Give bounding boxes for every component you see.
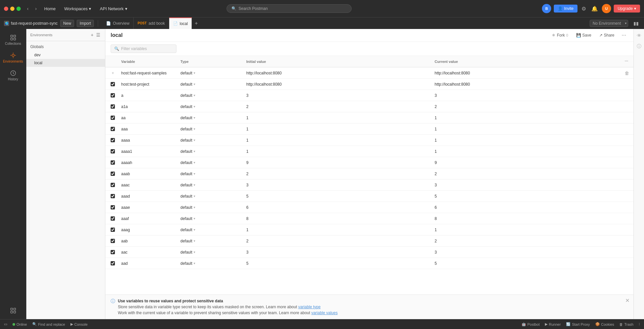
current-value-cell[interactable]: 5 bbox=[432, 193, 620, 200]
trash-button[interactable]: 🗑 Trash bbox=[619, 322, 633, 326]
add-environment-button[interactable]: + bbox=[90, 32, 94, 38]
postbot-button[interactable]: 🤖 Postbot bbox=[522, 322, 540, 326]
type-cell[interactable]: default ▾ bbox=[178, 92, 244, 99]
variable-name-cell[interactable]: a1a bbox=[119, 103, 178, 110]
type-cell[interactable]: default ▾ bbox=[178, 237, 244, 245]
tab-overview[interactable]: 📄 Overview bbox=[102, 17, 134, 29]
type-cell[interactable]: default ▾ bbox=[178, 226, 244, 233]
sidebar-item-history[interactable]: History bbox=[2, 67, 25, 84]
fork-button[interactable]: ⚛ Fork 0 bbox=[549, 32, 571, 39]
initial-value-cell[interactable]: 2 bbox=[244, 170, 432, 178]
initial-value-cell[interactable]: 3 bbox=[244, 92, 432, 99]
fullscreen-button[interactable] bbox=[16, 7, 21, 11]
current-value-cell[interactable]: http://localhost:8080 bbox=[432, 81, 620, 88]
type-cell[interactable]: default ▾ bbox=[178, 181, 244, 189]
type-cell[interactable]: default ▾ bbox=[178, 103, 244, 110]
row-checkbox[interactable] bbox=[111, 172, 115, 176]
more-actions-button[interactable]: ⋯ bbox=[620, 32, 628, 39]
current-value-cell[interactable]: 1 bbox=[432, 137, 620, 144]
type-cell[interactable]: default ▾ bbox=[178, 204, 244, 211]
variable-name-cell[interactable]: aaab bbox=[119, 170, 178, 178]
share-button[interactable]: ↗ Share bbox=[597, 32, 617, 39]
workspaces-button[interactable]: Workspaces ▾ bbox=[62, 5, 94, 13]
row-checkbox[interactable] bbox=[111, 183, 115, 187]
type-cell[interactable]: default ▾ bbox=[178, 125, 244, 133]
variable-name-cell[interactable]: aac bbox=[119, 249, 178, 256]
type-cell[interactable]: default ▾ bbox=[178, 260, 244, 267]
initial-value-cell[interactable]: http://localhost:8080 bbox=[244, 69, 432, 77]
variable-name-cell[interactable]: a bbox=[119, 92, 178, 99]
find-replace-button[interactable]: 🔍 Find and replace bbox=[32, 322, 65, 326]
initial-value-cell[interactable]: 2 bbox=[244, 237, 432, 245]
initial-value-cell[interactable]: 3 bbox=[244, 249, 432, 256]
type-cell[interactable]: default ▾ bbox=[178, 114, 244, 122]
settings-button[interactable]: ⚙ bbox=[580, 4, 587, 13]
row-checkbox[interactable] bbox=[111, 239, 115, 243]
initial-value-cell[interactable]: 8 bbox=[244, 215, 432, 222]
type-cell[interactable]: default ▾ bbox=[178, 69, 244, 77]
info-close-button[interactable]: ✕ bbox=[625, 297, 630, 304]
current-value-cell[interactable]: 5 bbox=[432, 260, 620, 267]
current-value-cell[interactable]: 3 bbox=[432, 249, 620, 256]
current-value-cell[interactable]: 2 bbox=[432, 103, 620, 110]
row-checkbox[interactable] bbox=[111, 205, 115, 209]
initial-value-cell[interactable]: 3 bbox=[244, 181, 432, 189]
row-checkbox[interactable] bbox=[111, 138, 115, 142]
initial-value-cell[interactable]: 9 bbox=[244, 159, 432, 166]
current-value-cell[interactable]: 2 bbox=[432, 170, 620, 178]
row-checkbox[interactable] bbox=[111, 194, 115, 198]
online-status[interactable]: Online bbox=[13, 322, 27, 326]
invite-button[interactable]: 👤 Invite bbox=[554, 5, 577, 13]
environment-selector[interactable]: No Environment bbox=[590, 20, 628, 27]
initial-value-cell[interactable]: 1 bbox=[244, 114, 432, 122]
row-checkbox[interactable] bbox=[111, 116, 115, 120]
type-cell[interactable]: default ▾ bbox=[178, 170, 244, 178]
env-item-local[interactable]: local bbox=[26, 59, 105, 67]
variable-name-cell[interactable]: aa bbox=[119, 114, 178, 122]
add-tab-button[interactable]: + bbox=[192, 19, 200, 28]
variable-name-cell[interactable]: aaaa bbox=[119, 137, 178, 144]
current-value-cell[interactable]: http://localhost:8080 bbox=[432, 69, 620, 77]
api-network-button[interactable]: API Network ▾ bbox=[97, 5, 130, 13]
filter-environment-button[interactable]: ☰ bbox=[95, 32, 101, 38]
initial-value-cell[interactable]: 2 bbox=[244, 103, 432, 110]
save-button[interactable]: 💾 Save bbox=[574, 32, 594, 39]
row-checkbox[interactable] bbox=[111, 93, 115, 97]
grid-button[interactable]: ⁝ bbox=[639, 322, 640, 326]
variable-name-cell[interactable]: aaaf bbox=[119, 215, 178, 222]
right-panel-info-button[interactable]: ⓘ bbox=[635, 42, 643, 51]
right-panel-cookies-button[interactable]: 👁 bbox=[635, 32, 643, 40]
current-value-cell[interactable]: 1 bbox=[432, 148, 620, 155]
current-value-cell[interactable]: 3 bbox=[432, 92, 620, 99]
search-bar[interactable]: 🔍 Search Postman bbox=[227, 4, 352, 13]
globals-item[interactable]: Globals bbox=[26, 42, 105, 51]
row-checkbox[interactable] bbox=[111, 127, 115, 131]
sidebar-toggle-button[interactable]: ▮▮ bbox=[632, 19, 640, 27]
current-value-cell[interactable]: 3 bbox=[432, 181, 620, 189]
variable-name-cell[interactable]: aab bbox=[119, 237, 178, 245]
status-layout-button[interactable]: ▭ bbox=[4, 322, 7, 326]
initial-value-cell[interactable]: 6 bbox=[244, 204, 432, 211]
current-value-cell[interactable]: 9 bbox=[432, 159, 620, 166]
initial-value-cell[interactable]: 5 bbox=[244, 193, 432, 200]
minimize-button[interactable] bbox=[10, 7, 14, 11]
tab-add-book[interactable]: POST add book bbox=[134, 17, 169, 29]
variable-name-cell[interactable]: host:fast-request-samples bbox=[119, 69, 178, 77]
current-value-cell[interactable]: 8 bbox=[432, 215, 620, 222]
runner-button[interactable]: ▶ Runner bbox=[545, 322, 561, 326]
variable-name-cell[interactable]: aaad bbox=[119, 193, 178, 200]
avatar-user[interactable]: U bbox=[602, 4, 611, 13]
current-value-cell[interactable]: 1 bbox=[432, 226, 620, 233]
row-checkbox[interactable] bbox=[111, 82, 115, 86]
row-checkbox[interactable] bbox=[111, 160, 115, 165]
variable-name-cell[interactable]: aaae bbox=[119, 204, 178, 211]
type-cell[interactable]: default ▾ bbox=[178, 159, 244, 166]
variable-type-link[interactable]: variable type bbox=[298, 305, 321, 309]
variable-name-cell[interactable]: aaa bbox=[119, 125, 178, 133]
initial-value-cell[interactable]: 1 bbox=[244, 125, 432, 133]
add-row-button[interactable]: + bbox=[111, 70, 115, 76]
filter-variables-input[interactable] bbox=[121, 46, 173, 51]
type-cell[interactable]: default ▾ bbox=[178, 148, 244, 155]
initial-value-cell[interactable]: 5 bbox=[244, 260, 432, 267]
import-button[interactable]: Import bbox=[77, 20, 94, 27]
